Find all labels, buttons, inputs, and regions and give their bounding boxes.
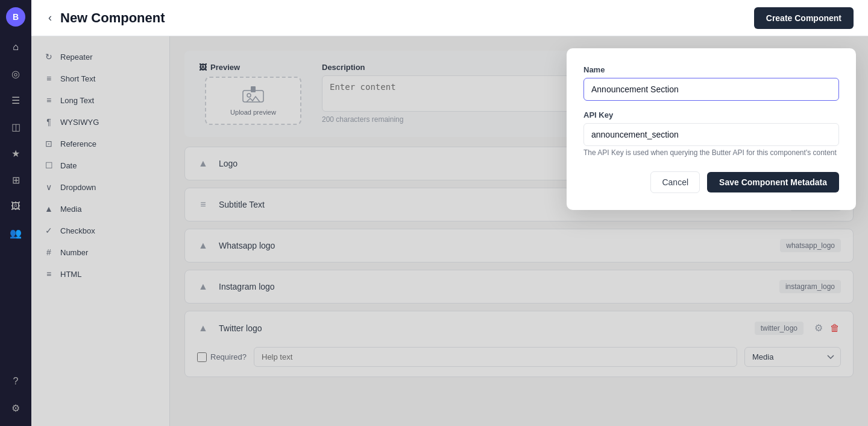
modal-save-button[interactable]: Save Component Metadata [707,172,839,192]
sidebar: B ⌂ ◎ ☰ ◫ ★ ⊞ 🖼 👥 ? ⚙ [0,0,31,426]
page-title: New Component [60,10,165,26]
sidebar-item-pages[interactable]: ☰ [5,89,27,111]
modal-name-label: Name [583,65,839,74]
create-component-button[interactable]: Create Component [754,7,854,29]
modal-name-section: Name [583,65,839,101]
modal-api-key-label: API Key [583,110,839,119]
modal-api-key-input[interactable] [583,123,839,146]
sidebar-item-users[interactable]: 👥 [5,222,27,244]
sidebar-item-home[interactable]: ⌂ [5,36,27,58]
body-area: ↻ Repeater ≡ Short Text ≡ Long Text ¶ WY… [31,36,868,426]
modal-overlay: Name API Key The API Key is used when qu… [31,36,868,426]
modal-box: Name API Key The API Key is used when qu… [567,48,856,210]
main-content: ‹ New Component Create Component ↻ Repea… [31,0,868,426]
modal-actions: Cancel Save Component Metadata [583,171,839,193]
sidebar-item-grid[interactable]: ⊞ [5,169,27,191]
sidebar-item-image[interactable]: 🖼 [5,196,27,217]
sidebar-item-starred[interactable]: ★ [5,142,27,164]
back-button[interactable]: ‹ [46,9,54,27]
modal-help-text: The API Key is used when querying the Bu… [583,148,839,157]
page-header: ‹ New Component Create Component [31,0,868,36]
sidebar-item-activity[interactable]: ◎ [5,63,27,84]
modal-api-section: API Key The API Key is used when queryin… [583,110,839,157]
sidebar-item-help[interactable]: ? [5,370,27,392]
sidebar-item-components[interactable]: ◫ [5,116,27,138]
sidebar-logo: B [6,7,25,27]
modal-name-input[interactable] [583,78,839,101]
header-left: ‹ New Component [46,9,165,27]
sidebar-item-settings[interactable]: ⚙ [5,397,27,419]
modal-cancel-button[interactable]: Cancel [650,171,700,193]
